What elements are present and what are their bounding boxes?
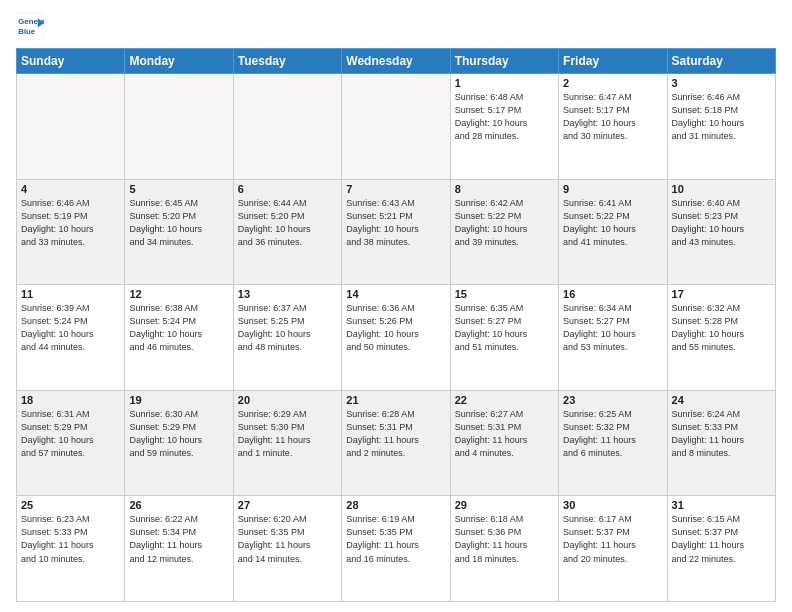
calendar-table: SundayMondayTuesdayWednesdayThursdayFrid… (16, 48, 776, 602)
day-cell (233, 74, 341, 180)
weekday-header-tuesday: Tuesday (233, 49, 341, 74)
day-info: Sunrise: 6:20 AM Sunset: 5:35 PM Dayligh… (238, 513, 337, 565)
day-number: 6 (238, 183, 337, 195)
day-info: Sunrise: 6:31 AM Sunset: 5:29 PM Dayligh… (21, 408, 120, 460)
day-cell: 21Sunrise: 6:28 AM Sunset: 5:31 PM Dayli… (342, 390, 450, 496)
day-info: Sunrise: 6:19 AM Sunset: 5:35 PM Dayligh… (346, 513, 445, 565)
day-number: 17 (672, 288, 771, 300)
day-number: 15 (455, 288, 554, 300)
day-number: 3 (672, 77, 771, 89)
logo-icon: General Blue (16, 12, 44, 40)
header: General Blue (16, 12, 776, 40)
day-number: 22 (455, 394, 554, 406)
day-info: Sunrise: 6:18 AM Sunset: 5:36 PM Dayligh… (455, 513, 554, 565)
day-cell: 29Sunrise: 6:18 AM Sunset: 5:36 PM Dayli… (450, 496, 558, 602)
day-info: Sunrise: 6:39 AM Sunset: 5:24 PM Dayligh… (21, 302, 120, 354)
day-number: 26 (129, 499, 228, 511)
day-info: Sunrise: 6:15 AM Sunset: 5:37 PM Dayligh… (672, 513, 771, 565)
day-cell: 10Sunrise: 6:40 AM Sunset: 5:23 PM Dayli… (667, 179, 775, 285)
day-number: 5 (129, 183, 228, 195)
day-number: 21 (346, 394, 445, 406)
day-cell: 5Sunrise: 6:45 AM Sunset: 5:20 PM Daylig… (125, 179, 233, 285)
weekday-header-sunday: Sunday (17, 49, 125, 74)
day-cell: 2Sunrise: 6:47 AM Sunset: 5:17 PM Daylig… (559, 74, 667, 180)
day-info: Sunrise: 6:46 AM Sunset: 5:19 PM Dayligh… (21, 197, 120, 249)
page: General Blue SundayMondayTuesdayWednesda… (0, 0, 792, 612)
day-info: Sunrise: 6:27 AM Sunset: 5:31 PM Dayligh… (455, 408, 554, 460)
day-cell: 24Sunrise: 6:24 AM Sunset: 5:33 PM Dayli… (667, 390, 775, 496)
day-number: 2 (563, 77, 662, 89)
day-cell: 28Sunrise: 6:19 AM Sunset: 5:35 PM Dayli… (342, 496, 450, 602)
day-number: 7 (346, 183, 445, 195)
weekday-header-saturday: Saturday (667, 49, 775, 74)
day-cell: 7Sunrise: 6:43 AM Sunset: 5:21 PM Daylig… (342, 179, 450, 285)
week-row-2: 4Sunrise: 6:46 AM Sunset: 5:19 PM Daylig… (17, 179, 776, 285)
day-cell (17, 74, 125, 180)
day-info: Sunrise: 6:22 AM Sunset: 5:34 PM Dayligh… (129, 513, 228, 565)
day-cell: 25Sunrise: 6:23 AM Sunset: 5:33 PM Dayli… (17, 496, 125, 602)
day-number: 18 (21, 394, 120, 406)
day-number: 11 (21, 288, 120, 300)
day-cell: 30Sunrise: 6:17 AM Sunset: 5:37 PM Dayli… (559, 496, 667, 602)
day-info: Sunrise: 6:38 AM Sunset: 5:24 PM Dayligh… (129, 302, 228, 354)
day-number: 9 (563, 183, 662, 195)
day-cell: 8Sunrise: 6:42 AM Sunset: 5:22 PM Daylig… (450, 179, 558, 285)
day-info: Sunrise: 6:23 AM Sunset: 5:33 PM Dayligh… (21, 513, 120, 565)
day-cell (342, 74, 450, 180)
weekday-header-row: SundayMondayTuesdayWednesdayThursdayFrid… (17, 49, 776, 74)
day-number: 10 (672, 183, 771, 195)
day-cell: 18Sunrise: 6:31 AM Sunset: 5:29 PM Dayli… (17, 390, 125, 496)
week-row-3: 11Sunrise: 6:39 AM Sunset: 5:24 PM Dayli… (17, 285, 776, 391)
day-info: Sunrise: 6:44 AM Sunset: 5:20 PM Dayligh… (238, 197, 337, 249)
day-cell: 13Sunrise: 6:37 AM Sunset: 5:25 PM Dayli… (233, 285, 341, 391)
day-cell: 26Sunrise: 6:22 AM Sunset: 5:34 PM Dayli… (125, 496, 233, 602)
day-cell: 11Sunrise: 6:39 AM Sunset: 5:24 PM Dayli… (17, 285, 125, 391)
week-row-5: 25Sunrise: 6:23 AM Sunset: 5:33 PM Dayli… (17, 496, 776, 602)
day-info: Sunrise: 6:24 AM Sunset: 5:33 PM Dayligh… (672, 408, 771, 460)
day-cell: 22Sunrise: 6:27 AM Sunset: 5:31 PM Dayli… (450, 390, 558, 496)
day-cell: 4Sunrise: 6:46 AM Sunset: 5:19 PM Daylig… (17, 179, 125, 285)
day-info: Sunrise: 6:30 AM Sunset: 5:29 PM Dayligh… (129, 408, 228, 460)
day-info: Sunrise: 6:32 AM Sunset: 5:28 PM Dayligh… (672, 302, 771, 354)
weekday-header-friday: Friday (559, 49, 667, 74)
day-number: 24 (672, 394, 771, 406)
day-number: 19 (129, 394, 228, 406)
weekday-header-thursday: Thursday (450, 49, 558, 74)
weekday-header-monday: Monday (125, 49, 233, 74)
day-number: 27 (238, 499, 337, 511)
day-cell: 14Sunrise: 6:36 AM Sunset: 5:26 PM Dayli… (342, 285, 450, 391)
day-cell (125, 74, 233, 180)
week-row-4: 18Sunrise: 6:31 AM Sunset: 5:29 PM Dayli… (17, 390, 776, 496)
day-number: 25 (21, 499, 120, 511)
day-info: Sunrise: 6:40 AM Sunset: 5:23 PM Dayligh… (672, 197, 771, 249)
day-number: 8 (455, 183, 554, 195)
day-info: Sunrise: 6:36 AM Sunset: 5:26 PM Dayligh… (346, 302, 445, 354)
day-cell: 12Sunrise: 6:38 AM Sunset: 5:24 PM Dayli… (125, 285, 233, 391)
day-number: 4 (21, 183, 120, 195)
day-info: Sunrise: 6:28 AM Sunset: 5:31 PM Dayligh… (346, 408, 445, 460)
day-info: Sunrise: 6:34 AM Sunset: 5:27 PM Dayligh… (563, 302, 662, 354)
day-cell: 31Sunrise: 6:15 AM Sunset: 5:37 PM Dayli… (667, 496, 775, 602)
day-cell: 17Sunrise: 6:32 AM Sunset: 5:28 PM Dayli… (667, 285, 775, 391)
day-cell: 1Sunrise: 6:48 AM Sunset: 5:17 PM Daylig… (450, 74, 558, 180)
day-number: 16 (563, 288, 662, 300)
day-number: 12 (129, 288, 228, 300)
day-number: 30 (563, 499, 662, 511)
day-cell: 3Sunrise: 6:46 AM Sunset: 5:18 PM Daylig… (667, 74, 775, 180)
day-cell: 20Sunrise: 6:29 AM Sunset: 5:30 PM Dayli… (233, 390, 341, 496)
day-number: 1 (455, 77, 554, 89)
day-info: Sunrise: 6:43 AM Sunset: 5:21 PM Dayligh… (346, 197, 445, 249)
week-row-1: 1Sunrise: 6:48 AM Sunset: 5:17 PM Daylig… (17, 74, 776, 180)
day-info: Sunrise: 6:17 AM Sunset: 5:37 PM Dayligh… (563, 513, 662, 565)
day-number: 14 (346, 288, 445, 300)
day-cell: 27Sunrise: 6:20 AM Sunset: 5:35 PM Dayli… (233, 496, 341, 602)
day-number: 29 (455, 499, 554, 511)
day-info: Sunrise: 6:48 AM Sunset: 5:17 PM Dayligh… (455, 91, 554, 143)
day-cell: 15Sunrise: 6:35 AM Sunset: 5:27 PM Dayli… (450, 285, 558, 391)
day-cell: 9Sunrise: 6:41 AM Sunset: 5:22 PM Daylig… (559, 179, 667, 285)
day-info: Sunrise: 6:25 AM Sunset: 5:32 PM Dayligh… (563, 408, 662, 460)
day-number: 23 (563, 394, 662, 406)
day-cell: 23Sunrise: 6:25 AM Sunset: 5:32 PM Dayli… (559, 390, 667, 496)
logo: General Blue (16, 12, 48, 40)
day-info: Sunrise: 6:46 AM Sunset: 5:18 PM Dayligh… (672, 91, 771, 143)
